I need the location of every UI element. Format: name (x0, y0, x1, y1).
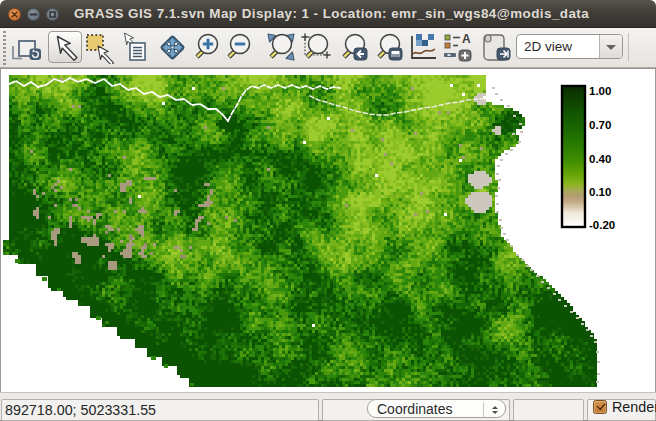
svg-text:-0.20: -0.20 (589, 219, 615, 231)
svg-text:A: A (462, 32, 471, 46)
svg-text:0.70: 0.70 (589, 119, 611, 131)
svg-text:1.00: 1.00 (589, 85, 611, 97)
svg-text:0.40: 0.40 (589, 153, 611, 165)
svg-text:0.10: 0.10 (589, 186, 611, 198)
